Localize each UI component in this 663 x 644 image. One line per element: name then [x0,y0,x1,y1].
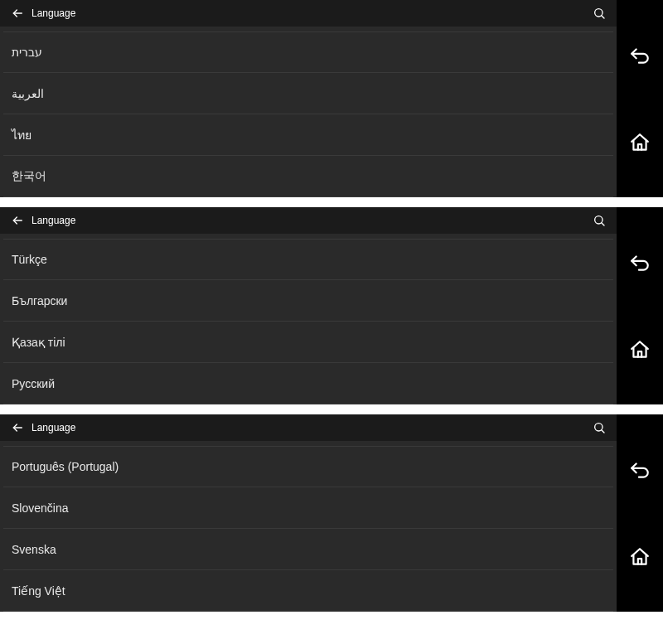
system-sidebar [617,414,663,612]
language-list: Português (Portugal)SlovenčinaSvenskaTiế… [0,441,617,612]
language-label: Қазақ тілі [12,336,65,349]
language-row[interactable]: 한국어 [3,156,613,197]
language-label: Tiếng Việt [12,584,65,598]
language-row[interactable]: Русский [3,363,613,404]
system-sidebar [617,0,663,197]
language-row[interactable]: Tiếng Việt [3,570,613,612]
header-title: Language [31,215,75,226]
language-label: עברית [12,46,42,59]
language-label: ไทย [12,126,31,144]
svg-line-5 [602,223,604,225]
back-arrow-icon[interactable] [8,214,27,227]
back-arrow-icon[interactable] [8,421,27,434]
language-row[interactable]: Slovenčina [3,487,613,529]
language-row[interactable]: Türkçe [3,239,613,280]
search-icon[interactable] [590,7,608,20]
header-bar: Language [0,207,617,234]
language-row[interactable]: Português (Portugal) [3,446,613,487]
back-arrow-icon[interactable] [8,7,27,20]
language-label: Português (Portugal) [12,460,119,473]
home-icon[interactable] [623,540,656,574]
search-icon[interactable] [590,214,608,227]
header-bar: Language [0,414,617,441]
return-icon[interactable] [623,453,656,487]
return-icon[interactable] [623,246,656,279]
svg-line-2 [602,16,604,18]
main-area: LanguagePortuguês (Portugal)SlovenčinaSv… [0,414,617,612]
system-sidebar [617,207,663,404]
language-label: Türkçe [12,253,47,266]
language-label: Русский [12,377,55,390]
language-panel: Languageעבריתالعربيةไทย한국어 [0,0,663,197]
language-label: 한국어 [12,169,46,184]
language-label: Slovenčina [12,501,69,515]
language-label: العربية [12,87,44,100]
language-row[interactable]: עברית [3,31,613,73]
language-row[interactable]: العربية [3,73,613,114]
language-row[interactable]: Български [3,280,613,322]
main-area: Languageעבריתالعربيةไทย한국어 [0,0,617,197]
language-row[interactable]: Қазақ тілі [3,322,613,363]
home-icon[interactable] [623,333,656,366]
header-title: Language [31,422,75,433]
header-title: Language [31,7,75,19]
home-icon[interactable] [623,126,656,159]
main-area: LanguageTürkçeБългарскиҚазақ тіліРусский [0,207,617,404]
language-list: TürkçeБългарскиҚазақ тіліРусский [0,234,617,404]
language-label: Български [12,294,67,307]
language-panel: LanguagePortuguês (Portugal)SlovenčinaSv… [0,414,663,612]
language-row[interactable]: ไทย [3,114,613,156]
language-row[interactable]: Svenska [3,529,613,570]
svg-line-8 [602,430,604,433]
return-icon[interactable] [623,39,656,72]
language-label: Svenska [12,543,56,556]
language-panel: LanguageTürkçeБългарскиҚазақ тіліРусский [0,207,663,404]
search-icon[interactable] [590,421,608,434]
header-bar: Language [0,0,617,27]
language-list: עבריתالعربيةไทย한국어 [0,27,617,197]
